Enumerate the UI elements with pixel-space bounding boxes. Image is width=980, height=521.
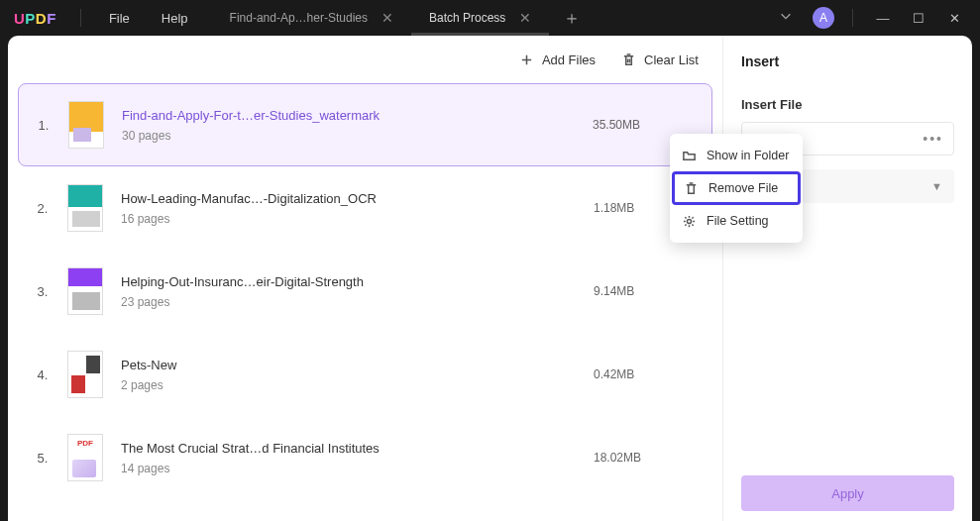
file-row[interactable]: 5. The Most Crucial Strat…d Financial In…	[18, 416, 712, 499]
apply-button[interactable]: Apply	[741, 475, 954, 511]
panel-title: Insert	[741, 53, 954, 69]
file-row[interactable]: 2. How-Leading-Manufac…-Digitalization_O…	[18, 166, 712, 250]
main-panel: Add Files Clear List 1. Find-and-Apply-F…	[8, 36, 722, 521]
close-button[interactable]: ✕	[936, 11, 972, 26]
divider	[852, 9, 853, 27]
ctx-show-in-folder[interactable]: Show in Folder	[670, 140, 803, 171]
tab-batch-process[interactable]: Batch Process ✕	[411, 0, 549, 36]
file-title: Helping-Out-Insuranc…eir-Digital-Strengt…	[121, 274, 594, 289]
file-title: Pets-New	[121, 358, 594, 372]
titlebar: UPDF File Help Find-and-Ap…her-Studies ✕…	[0, 0, 980, 36]
file-info: Helping-Out-Insuranc…eir-Digital-Strengt…	[121, 274, 594, 309]
workspace: Add Files Clear List 1. Find-and-Apply-F…	[8, 36, 972, 521]
plus-icon	[519, 52, 534, 67]
close-icon[interactable]: ✕	[381, 10, 393, 26]
file-thumbnail	[67, 351, 103, 398]
context-menu: Show in Folder Remove File File Setting	[670, 134, 803, 243]
close-icon[interactable]: ✕	[519, 10, 531, 26]
toolbar: Add Files Clear List	[8, 36, 722, 83]
divider	[80, 9, 81, 27]
button-label: Add Files	[542, 52, 596, 67]
file-pages: 14 pages	[121, 462, 594, 475]
file-thumbnail	[67, 267, 103, 315]
file-pages: 23 pages	[121, 295, 594, 309]
ctx-label: Show in Folder	[707, 149, 789, 162]
ctx-label: File Setting	[707, 214, 769, 228]
new-tab-button[interactable]: ＋	[549, 6, 595, 30]
file-title: The Most Crucial Strat…d Financial Insti…	[121, 441, 594, 456]
tab-label: Find-and-Ap…her-Studies	[230, 11, 368, 25]
file-thumbnail	[67, 184, 103, 232]
file-row[interactable]: 4. Pets-New 2 pages 0.42MB	[18, 333, 712, 416]
button-label: Clear List	[644, 52, 699, 67]
menu-file[interactable]: File	[93, 11, 146, 26]
row-index: 1.	[19, 118, 68, 133]
file-size: 0.42MB	[594, 367, 703, 381]
svg-point-0	[687, 219, 691, 223]
menu-help[interactable]: Help	[146, 11, 204, 26]
row-index: 5.	[18, 451, 67, 466]
ctx-remove-file[interactable]: Remove File	[672, 171, 801, 205]
file-info: The Most Crucial Strat…d Financial Insti…	[121, 441, 594, 475]
ctx-label: Remove File	[708, 181, 778, 195]
file-size: 18.02MB	[594, 451, 703, 465]
file-title: Find-and-Apply-For-t…er-Studies_watermar…	[122, 108, 593, 123]
clear-list-button[interactable]: Clear List	[621, 52, 699, 67]
maximize-button[interactable]: ☐	[901, 11, 936, 26]
folder-icon	[682, 149, 697, 163]
side-panel: Insert Insert File ••• ▼ Apply	[722, 36, 972, 521]
file-title: How-Leading-Manufac…-Digitalization_OCR	[121, 191, 594, 206]
file-thumbnail	[67, 434, 103, 481]
row-index: 3.	[18, 284, 67, 299]
file-thumbnail	[68, 101, 104, 149]
tab-document[interactable]: Find-and-Ap…her-Studies ✕	[212, 0, 411, 36]
file-pages: 30 pages	[122, 129, 593, 143]
chevron-down-icon[interactable]	[765, 9, 807, 27]
file-list: 1. Find-and-Apply-For-t…er-Studies_water…	[8, 83, 722, 521]
section-label: Insert File	[741, 97, 954, 112]
file-size: 35.50MB	[593, 118, 702, 132]
trash-icon	[621, 52, 636, 67]
file-pages: 16 pages	[121, 212, 594, 226]
file-row[interactable]: 3. Helping-Out-Insuranc…eir-Digital-Stre…	[18, 250, 712, 333]
tab-label: Batch Process	[429, 11, 505, 25]
row-index: 4.	[18, 367, 67, 382]
trash-icon	[684, 181, 699, 196]
file-pages: 2 pages	[121, 378, 594, 392]
gear-icon	[682, 214, 697, 229]
file-info: Find-and-Apply-For-t…er-Studies_watermar…	[122, 108, 593, 143]
ctx-file-setting[interactable]: File Setting	[670, 205, 803, 237]
minimize-button[interactable]: —	[865, 11, 901, 26]
row-index: 2.	[18, 201, 67, 216]
app-logo: UPDF	[14, 10, 56, 27]
file-row[interactable]: 1. Find-and-Apply-For-t…er-Studies_water…	[18, 83, 712, 166]
file-info: Pets-New 2 pages	[121, 358, 594, 392]
file-size: 9.14MB	[594, 284, 703, 298]
file-info: How-Leading-Manufac…-Digitalization_OCR …	[121, 191, 594, 226]
add-files-button[interactable]: Add Files	[519, 52, 596, 67]
avatar[interactable]: A	[813, 7, 834, 29]
